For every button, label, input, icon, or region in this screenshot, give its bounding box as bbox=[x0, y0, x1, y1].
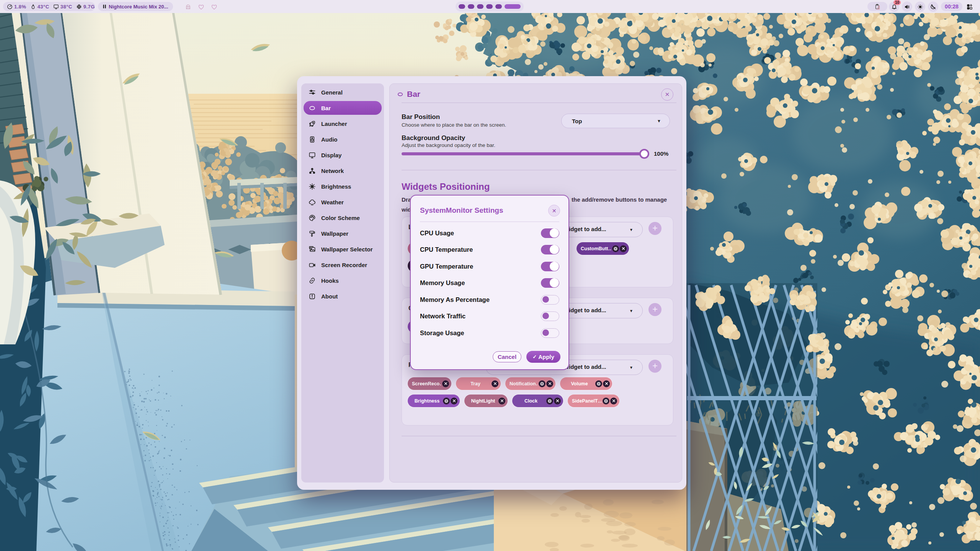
svg-text:C: C bbox=[877, 6, 879, 9]
